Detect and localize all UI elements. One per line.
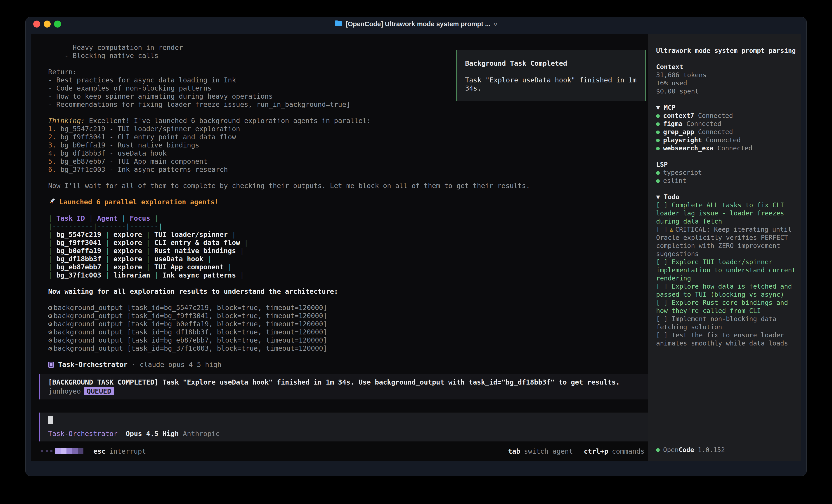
zoom-window-button[interactable] bbox=[54, 21, 61, 28]
lsp-item: eslint bbox=[656, 177, 800, 185]
progress-spinner bbox=[41, 448, 83, 454]
toast-body: Task "Explore useData hook" finished in … bbox=[465, 76, 638, 92]
todo-item: [ ] Explore Rust core bindings and how t… bbox=[656, 299, 800, 315]
lsp-item: typescript bbox=[656, 169, 800, 177]
status-dot bbox=[656, 114, 660, 118]
table-row: |bg_b0effa19|explore|Rust native binding… bbox=[48, 247, 648, 255]
todo-item: [ ]⚠CRITICAL: Keep iterating until Oracl… bbox=[656, 226, 800, 258]
tool-call-line: ⚙background_output [task_id=bg_37f1c003,… bbox=[48, 344, 648, 353]
username: junhoyeo bbox=[48, 387, 81, 395]
gear-icon: ⚙ bbox=[48, 304, 52, 312]
launch-text: Launched 6 parallel exploration agents! bbox=[59, 198, 218, 206]
text-cursor bbox=[48, 416, 53, 424]
mcp-item: figma Connected bbox=[656, 120, 800, 128]
table-row: |bg_5547c219|explore|TUI loader/spinner| bbox=[48, 230, 648, 239]
thinking-block: Thinking:Excellent! I've launched 6 back… bbox=[48, 117, 648, 190]
gear-icon: ⚙ bbox=[48, 320, 52, 328]
completed-message-text: [BACKGROUND TASK COMPLETED] Task "Explor… bbox=[48, 378, 644, 387]
tool-call-line: ⚙background_output [task_id=bg_b0effa19,… bbox=[48, 320, 648, 328]
thinking-wait-text: Now I'll wait for all of them to complet… bbox=[48, 182, 648, 190]
status-bar: esc interrupt tab switch agent ctrl+p co… bbox=[31, 442, 648, 461]
agent-avatar-icon bbox=[48, 362, 54, 368]
thinking-label: Thinking: bbox=[48, 117, 85, 124]
background-task-toast[interactable]: Background Task Completed Task "Explore … bbox=[457, 50, 646, 102]
table-row: |bg_37f1c003|librarian|Ink async pattern… bbox=[48, 271, 648, 279]
esc-key-hint: esc bbox=[94, 447, 106, 455]
status-dot bbox=[656, 171, 660, 175]
tool-call-line: ⚙background_output [task_id=bg_f9ff3041,… bbox=[48, 312, 648, 320]
title-bar: [OpenCode] Ultrawork mode system prompt … bbox=[26, 17, 806, 31]
status-dot bbox=[656, 139, 660, 142]
agent-model-name: claude-opus-4-5-high bbox=[140, 361, 222, 369]
tool-result-line: - Recommendations for fixing loader free… bbox=[48, 101, 648, 109]
status-dot bbox=[656, 131, 660, 134]
gear-icon: ⚙ bbox=[48, 328, 52, 336]
input-agent-info: Task-Orchestrator Opus 4.5 High Anthropi… bbox=[48, 430, 644, 438]
mcp-item: grep_app Connected bbox=[656, 128, 800, 136]
table-row: |bg_eb87ebb7|explore|TUI App component| bbox=[48, 263, 648, 271]
thinking-item: 1. bg_5547c219 - TUI loader/spinner expl… bbox=[48, 125, 648, 133]
status-dot bbox=[656, 179, 660, 183]
chevron-down-icon: ▼ bbox=[656, 193, 660, 201]
input-model-name[interactable]: Opus 4.5 High bbox=[126, 430, 179, 438]
toast-title: Background Task Completed bbox=[465, 59, 638, 67]
todo-item: [ ] Explore how data is fetched and pass… bbox=[656, 282, 800, 299]
todo-item: [ ] Test the fix to ensure loader animat… bbox=[656, 331, 800, 347]
warning-icon: ⚠ bbox=[670, 226, 673, 233]
context-spent: $0.00 spent bbox=[656, 87, 800, 95]
table-header-row: |Task ID|Agent|Focus| bbox=[48, 214, 648, 222]
ctrlp-key-label: commands bbox=[612, 447, 645, 455]
context-used: 16% used bbox=[656, 79, 800, 87]
prompt-input[interactable]: Task-Orchestrator Opus 4.5 High Anthropi… bbox=[39, 413, 648, 442]
separator-dot: · bbox=[132, 361, 136, 369]
session-title: Ultrawork mode system prompt parsing bbox=[656, 47, 800, 55]
gear-icon: ⚙ bbox=[48, 336, 52, 344]
todo-item: [ ] Implement non-blocking data fetching… bbox=[656, 315, 800, 331]
window-title-text: [OpenCode] Ultrawork mode system prompt … bbox=[345, 20, 490, 28]
thinking-item: 5. bg_eb87ebb7 - TUI App main component bbox=[48, 158, 648, 166]
background-task-completed-message: [BACKGROUND TASK COMPLETED] Task "Explor… bbox=[39, 374, 648, 399]
window-controls bbox=[33, 17, 61, 31]
esc-key-label: interrupt bbox=[109, 447, 146, 455]
todo-item: [ ] Explore TUI loader/spinner implement… bbox=[656, 258, 800, 282]
keyboard-shortcuts: tab switch agent ctrl+p commands bbox=[508, 447, 646, 455]
rocket-icon bbox=[48, 197, 56, 207]
launch-announcement: Launched 6 parallel exploration agents! bbox=[48, 198, 648, 206]
mcp-item: context7 Connected bbox=[656, 112, 800, 120]
context-tokens: 31,686 tokens bbox=[656, 71, 800, 79]
chevron-down-icon: ▼ bbox=[656, 104, 660, 111]
todo-item: [ ] Complete ALL tasks to fix CLI loader… bbox=[656, 201, 800, 226]
input-agent-name[interactable]: Task-Orchestrator bbox=[48, 430, 118, 438]
session-sidebar: Ultrawork mode system prompt parsing Con… bbox=[648, 34, 801, 461]
thinking-item: 2. bg_f9ff3041 - CLI entry point and dat… bbox=[48, 133, 648, 141]
gear-icon: ⚙ bbox=[48, 344, 52, 352]
completed-message-meta: junhoyeoQUEUED bbox=[48, 387, 644, 396]
table-separator-row: |----------|-------|-------| bbox=[48, 222, 648, 230]
minimize-window-button[interactable] bbox=[44, 21, 51, 28]
input-provider-name: Anthropic bbox=[183, 430, 220, 438]
gear-icon: ⚙ bbox=[48, 312, 52, 320]
thinking-item: 6. bg_37f1c003 - Ink async patterns rese… bbox=[48, 166, 648, 174]
app-version: OpenCode 1.0.152 bbox=[656, 446, 725, 454]
thinking-item: 3. bg_b0effa19 - Rust native bindings bbox=[48, 141, 648, 149]
thinking-item: 4. bg_df18bb3f - useData hook bbox=[48, 149, 648, 158]
agent-message-header: Task-Orchestrator · claude-opus-4-5-high bbox=[48, 361, 648, 369]
session-status-icon: ○ bbox=[494, 21, 497, 28]
close-window-button[interactable] bbox=[33, 21, 40, 28]
mcp-item: playwright Connected bbox=[656, 136, 800, 144]
tool-call-line: ⚙background_output [task_id=bg_eb87ebb7,… bbox=[48, 336, 648, 344]
window-title: [OpenCode] Ultrawork mode system prompt … bbox=[335, 20, 497, 28]
ctrlp-key-hint: ctrl+p bbox=[584, 447, 608, 455]
status-dot bbox=[656, 147, 660, 150]
waiting-text: Now waiting for all exploration results … bbox=[48, 287, 648, 296]
tab-key-hint: tab bbox=[508, 447, 520, 455]
app-window: [OpenCode] Ultrawork mode system prompt … bbox=[25, 17, 807, 476]
status-dot bbox=[656, 122, 660, 126]
tool-call-line: ⚙background_output [task_id=bg_5547c219,… bbox=[48, 304, 648, 312]
tab-key-label: switch agent bbox=[524, 447, 573, 455]
folder-icon bbox=[335, 20, 342, 28]
todo-section-header[interactable]: ▼ Todo bbox=[656, 193, 800, 201]
mcp-section-header[interactable]: ▼ MCP bbox=[656, 104, 800, 112]
agent-name: Task-Orchestrator bbox=[58, 361, 128, 369]
chat-pane: - Heavy computation in render - Blocking… bbox=[31, 34, 648, 461]
